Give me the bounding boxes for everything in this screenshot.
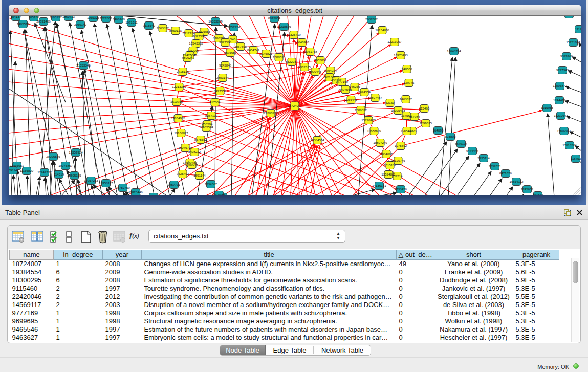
svg-text:6466160: 6466160 — [113, 17, 125, 21]
svg-text:9242848: 9242848 — [219, 63, 232, 67]
svg-text:8186323: 8186323 — [213, 36, 226, 40]
svg-text:10961758: 10961758 — [303, 50, 317, 53]
svg-text:16210643: 16210643 — [554, 114, 568, 117]
svg-text:1588520: 1588520 — [273, 55, 286, 59]
svg-text:62160: 62160 — [385, 101, 395, 104]
svg-text:8960124: 8960124 — [169, 29, 182, 32]
svg-text:10958117: 10958117 — [99, 181, 113, 185]
svg-text:3215953: 3215953 — [541, 106, 554, 110]
svg-text:19166827: 19166827 — [174, 131, 188, 135]
svg-text:7625402: 7625402 — [177, 172, 189, 176]
svg-text:8427552: 8427552 — [214, 89, 227, 93]
svg-text:12823446: 12823446 — [128, 190, 143, 194]
svg-text:11156829: 11156829 — [20, 169, 34, 172]
svg-text:9474444: 9474444 — [466, 149, 479, 152]
svg-text:13535594: 13535594 — [199, 125, 213, 129]
svg-text:1071911: 1071911 — [125, 20, 138, 24]
svg-text:19654985: 19654985 — [171, 116, 185, 120]
svg-text:2803144: 2803144 — [216, 76, 229, 79]
svg-text:3498222: 3498222 — [188, 150, 201, 154]
svg-text:9327508: 9327508 — [219, 40, 232, 44]
svg-text:114519: 114519 — [54, 172, 64, 176]
svg-text:1165137: 1165137 — [50, 16, 62, 19]
svg-text:1733426: 1733426 — [395, 187, 407, 191]
svg-text:15720407: 15720407 — [361, 118, 376, 122]
svg-text:2867608: 2867608 — [234, 45, 247, 48]
svg-text:12213967: 12213967 — [387, 40, 402, 43]
svg-text:7386322: 7386322 — [355, 108, 367, 112]
svg-text:16543382: 16543382 — [189, 41, 203, 45]
svg-text:15751074: 15751074 — [566, 40, 580, 44]
svg-text:1965412: 1965412 — [401, 129, 413, 133]
svg-text:17016504: 17016504 — [562, 143, 577, 147]
svg-text:893892: 893892 — [445, 135, 456, 138]
svg-text:10973493: 10973493 — [394, 53, 408, 57]
svg-text:3226053: 3226053 — [198, 30, 211, 33]
svg-text:748500: 748500 — [402, 67, 412, 71]
svg-text:7632621: 7632621 — [489, 164, 502, 168]
svg-text:14136141: 14136141 — [372, 184, 386, 187]
svg-text:417004: 417004 — [210, 100, 221, 104]
svg-text:9463627: 9463627 — [400, 97, 412, 101]
svg-text:16782759: 16782759 — [116, 186, 130, 189]
svg-text:2242004: 2242004 — [187, 49, 200, 52]
svg-text:10654112: 10654112 — [509, 180, 524, 183]
svg-text:9827508: 9827508 — [193, 34, 206, 38]
svg-text:134562: 134562 — [401, 114, 412, 117]
svg-text:164095: 164095 — [433, 128, 444, 132]
svg-text:1691144: 1691144 — [193, 173, 206, 177]
svg-text:1405572: 1405572 — [17, 22, 30, 26]
svg-text:12505135: 12505135 — [67, 173, 81, 177]
svg-text:20206536: 20206536 — [46, 155, 60, 158]
svg-text:20691406: 20691406 — [36, 19, 51, 23]
svg-text:10975857: 10975857 — [58, 164, 73, 167]
svg-text:12325419: 12325419 — [287, 33, 301, 36]
svg-text:3716485: 3716485 — [213, 193, 226, 195]
svg-text:10688609: 10688609 — [367, 129, 381, 133]
svg-text:2935114: 2935114 — [477, 156, 490, 160]
svg-text:17359924: 17359924 — [69, 150, 83, 154]
svg-text:104513: 104513 — [533, 193, 543, 195]
svg-text:1860713: 1860713 — [62, 16, 75, 18]
svg-text:9146821: 9146821 — [260, 52, 273, 55]
svg-text:19218596: 19218596 — [277, 25, 291, 28]
svg-text:1409948: 1409948 — [186, 163, 199, 166]
svg-text:7357224: 7357224 — [228, 25, 241, 29]
svg-text:104137: 104137 — [11, 16, 21, 18]
svg-text:9457791: 9457791 — [168, 183, 181, 186]
svg-text:2036446: 2036446 — [345, 98, 358, 101]
svg-text:2687682: 2687682 — [365, 17, 378, 21]
svg-text:15692971: 15692971 — [557, 129, 571, 133]
svg-text:9329966: 9329966 — [560, 54, 573, 58]
svg-text:18807249: 18807249 — [373, 141, 387, 144]
svg-text:18724007: 18724007 — [288, 104, 302, 107]
svg-text:12093872: 12093872 — [553, 84, 567, 87]
svg-text:8813054: 8813054 — [268, 16, 281, 20]
svg-text:19384554: 19384554 — [310, 138, 324, 142]
svg-text:29300273: 29300273 — [264, 111, 278, 115]
svg-text:7515540: 7515540 — [143, 24, 156, 27]
svg-text:10154808: 10154808 — [375, 28, 389, 32]
svg-text:8322037: 8322037 — [286, 60, 298, 63]
svg-text:9227343: 9227343 — [556, 68, 569, 72]
svg-text:9084067: 9084067 — [380, 152, 393, 156]
svg-text:9777169: 9777169 — [336, 80, 349, 83]
svg-text:3675685: 3675685 — [224, 51, 237, 54]
svg-text:11121: 11121 — [575, 27, 581, 31]
svg-text:8990443: 8990443 — [309, 70, 322, 73]
svg-text:8678352: 8678352 — [194, 138, 207, 141]
svg-text:13640910: 13640910 — [295, 40, 309, 44]
svg-text:16033809: 16033809 — [208, 19, 223, 23]
svg-text:1362615: 1362615 — [298, 65, 311, 69]
svg-text:6679197: 6679197 — [455, 142, 468, 145]
svg-text:11435051: 11435051 — [10, 164, 24, 167]
svg-text:8454749: 8454749 — [247, 48, 260, 52]
svg-text:2718126: 2718126 — [177, 70, 189, 73]
svg-text:1234567: 1234567 — [205, 182, 217, 186]
svg-text:1065326: 1065326 — [87, 16, 100, 19]
svg-text:16648784: 16648784 — [447, 49, 461, 53]
svg-text:10025433: 10025433 — [391, 108, 405, 112]
svg-text:39114: 39114 — [9, 168, 17, 172]
svg-text:7955812: 7955812 — [314, 58, 327, 62]
svg-text:1615132: 1615132 — [384, 163, 397, 167]
